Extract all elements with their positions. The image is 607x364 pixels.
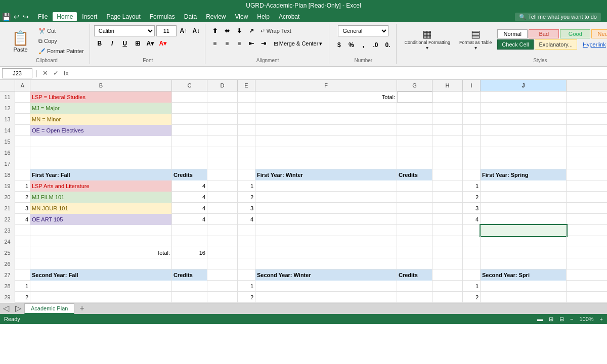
cell-j20[interactable] [481, 192, 567, 203]
number-format-select[interactable]: General [338, 25, 388, 36]
redo-icon[interactable]: ↪ [23, 13, 29, 21]
prev-sheet-button[interactable]: ◁ [0, 302, 12, 314]
font-size-increase-button[interactable]: A↑ [178, 25, 189, 36]
col-header-b[interactable]: B [30, 80, 172, 91]
cell-f16[interactable] [255, 147, 397, 158]
cell-g29[interactable] [397, 292, 432, 303]
menu-data[interactable]: Data [180, 12, 201, 21]
align-left-button[interactable]: ≡ [209, 38, 221, 49]
cell-i18[interactable] [463, 169, 481, 180]
cell-h25[interactable] [432, 247, 463, 258]
cell-j14[interactable] [481, 125, 567, 136]
cell-e22[interactable]: 4 [238, 214, 255, 225]
cell-g16[interactable] [397, 147, 432, 158]
cell-h22[interactable] [432, 214, 463, 225]
cell-d11[interactable] [207, 92, 238, 103]
font-size-decrease-button[interactable]: A↓ [191, 25, 202, 36]
menu-home[interactable]: Home [53, 12, 77, 21]
menu-file[interactable]: File [34, 12, 52, 21]
cell-e29[interactable]: 2 [238, 292, 255, 303]
border-button[interactable]: ⊞ [132, 38, 143, 49]
cell-h29[interactable] [432, 292, 463, 303]
cell-g24[interactable] [397, 236, 432, 247]
cell-f12[interactable] [255, 103, 397, 114]
cell-g13[interactable] [397, 114, 432, 125]
cell-d21[interactable] [207, 203, 238, 214]
cell-c15[interactable] [172, 136, 207, 147]
cell-b28[interactable] [30, 281, 172, 292]
cell-b11[interactable]: LSP = Liberal Studies [30, 92, 172, 103]
cell-h14[interactable] [432, 125, 463, 136]
cell-a17[interactable] [15, 158, 30, 169]
cell-b16[interactable] [30, 147, 172, 158]
cell-d12[interactable] [207, 103, 238, 114]
cell-f29[interactable] [255, 292, 397, 303]
cell-a15[interactable] [15, 136, 30, 147]
cell-d13[interactable] [207, 114, 238, 125]
cell-g25[interactable] [397, 247, 432, 258]
menu-help[interactable]: Help [253, 12, 274, 21]
cell-g15[interactable] [397, 136, 432, 147]
cell-j28[interactable] [481, 281, 567, 292]
cell-c14[interactable] [172, 125, 207, 136]
cell-j24[interactable] [481, 236, 567, 247]
cell-b25[interactable]: Total: [30, 247, 172, 258]
cell-j17[interactable] [481, 158, 567, 169]
cell-b23[interactable] [30, 225, 172, 236]
cell-i21[interactable]: 3 [463, 203, 481, 214]
menu-review[interactable]: Review [202, 12, 230, 21]
cell-g19[interactable] [397, 180, 432, 192]
cell-d15[interactable] [207, 136, 238, 147]
style-hyperlink[interactable]: Hyperlink [578, 39, 607, 50]
cell-i16[interactable] [463, 147, 481, 158]
sheet-tab-academic-plan[interactable]: Academic Plan [24, 303, 74, 314]
cell-c24[interactable] [172, 236, 207, 247]
select-all-button[interactable] [0, 80, 15, 91]
cell-d22[interactable] [207, 214, 238, 225]
align-middle-button[interactable]: ⬌ [222, 25, 233, 36]
cell-e14[interactable] [238, 125, 255, 136]
cell-f24[interactable] [255, 236, 397, 247]
menu-formulas[interactable]: Formulas [146, 12, 179, 21]
cell-a16[interactable] [15, 147, 30, 158]
cell-e24[interactable] [238, 236, 255, 247]
cell-b14[interactable]: OE = Open Electives [30, 125, 172, 136]
cell-b24[interactable] [30, 236, 172, 247]
cell-b19[interactable]: LSP Arts and Literature [30, 180, 172, 192]
cell-g11[interactable] [397, 92, 432, 103]
search-box[interactable]: 🔍 Tell me what you want to do [515, 13, 601, 21]
cell-i24[interactable] [463, 236, 481, 247]
cell-a18[interactable] [15, 169, 30, 180]
font-size-input[interactable] [156, 25, 177, 36]
align-center-button[interactable]: ≡ [222, 38, 233, 49]
page-break-icon[interactable]: ⊟ [559, 316, 564, 323]
cell-a20[interactable]: 2 [15, 192, 30, 203]
cell-h13[interactable] [432, 114, 463, 125]
cell-h26[interactable] [432, 258, 463, 269]
cell-a24[interactable] [15, 236, 30, 247]
cell-f11[interactable]: Total: [255, 92, 397, 103]
copy-button[interactable]: ⧉ Copy [36, 36, 86, 46]
cell-e17[interactable] [238, 158, 255, 169]
cell-a25[interactable] [15, 247, 30, 258]
col-header-i[interactable]: I [463, 80, 481, 91]
cell-e25[interactable] [238, 247, 255, 258]
underline-button[interactable]: U [119, 38, 131, 49]
font-color-button[interactable]: A▾ [157, 38, 168, 49]
cell-c13[interactable] [172, 114, 207, 125]
cell-a28[interactable]: 1 [15, 281, 30, 292]
cell-j18[interactable]: First Year: Spring [481, 169, 567, 180]
cell-g21[interactable] [397, 203, 432, 214]
cell-c21[interactable]: 4 [172, 203, 207, 214]
cell-b29[interactable] [30, 292, 172, 303]
cell-d28[interactable] [207, 281, 238, 292]
insert-function-button[interactable]: fx [62, 68, 71, 78]
cell-g26[interactable] [397, 258, 432, 269]
cell-h17[interactable] [432, 158, 463, 169]
cell-i14[interactable] [463, 125, 481, 136]
cell-c20[interactable]: 4 [172, 192, 207, 203]
col-header-a[interactable]: A [15, 80, 30, 91]
cell-j13[interactable] [481, 114, 567, 125]
undo-icon[interactable]: ↩ [14, 13, 20, 21]
cell-d16[interactable] [207, 147, 238, 158]
